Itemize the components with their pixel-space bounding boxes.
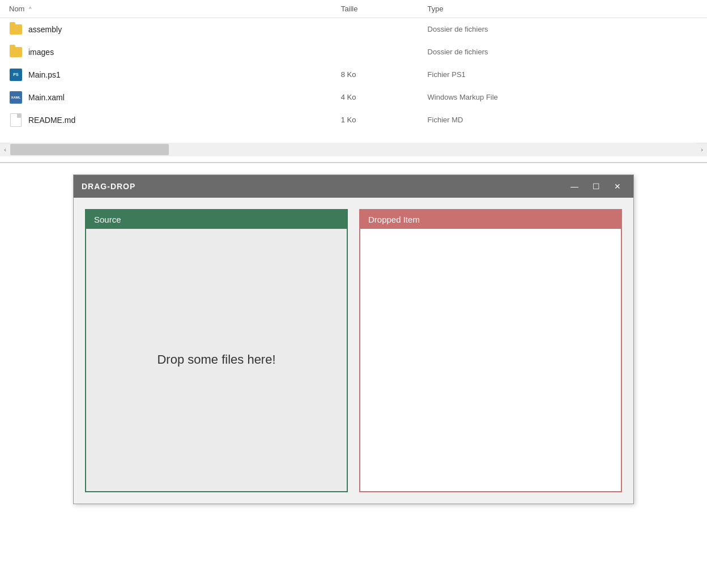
file-name-label: Main.xaml [28, 93, 65, 102]
file-type-cell: Dossier de fichiers [419, 41, 707, 63]
col-header-type[interactable]: Type [419, 0, 707, 18]
ps1-icon: PS [10, 69, 22, 81]
file-name-label: Main.ps1 [28, 70, 61, 79]
table-row[interactable]: imagesDossier de fichiers [0, 41, 707, 63]
scroll-arrow-left[interactable]: ‹ [0, 143, 10, 156]
window-title: DRAG-DROP [82, 182, 567, 191]
drag-drop-window: DRAG-DROP — ☐ ✕ Source Drop some files h… [73, 174, 634, 504]
section-divider [0, 162, 707, 163]
table-header-row: Nom ^ Taille Type [0, 0, 707, 18]
window-titlebar: DRAG-DROP — ☐ ✕ [74, 175, 633, 198]
file-name-cell-3[interactable]: XAMLMain.xaml [0, 86, 332, 109]
file-table: Nom ^ Taille Type assemblyDossier de fic… [0, 0, 707, 131]
folder-icon [10, 24, 22, 35]
folder-icon [10, 47, 22, 57]
file-type-cell: Fichier MD [419, 109, 707, 131]
drop-hint-text: Drop some files here! [157, 352, 275, 367]
drag-drop-container: DRAG-DROP — ☐ ✕ Source Drop some files h… [0, 174, 707, 504]
close-button[interactable]: ✕ [610, 178, 625, 194]
table-row[interactable]: PSMain.ps18 KoFichier PS1 [0, 63, 707, 86]
scroll-thumb[interactable] [10, 144, 169, 155]
file-name-cell-2[interactable]: PSMain.ps1 [0, 63, 332, 86]
minimize-button[interactable]: — [567, 178, 582, 194]
col-header-size[interactable]: Taille [332, 0, 419, 18]
dropped-panel-body[interactable] [360, 229, 621, 491]
file-name-cell-0[interactable]: assembly [0, 18, 332, 41]
window-content: Source Drop some files here! Dropped Ite… [74, 198, 633, 504]
file-name-cell-1[interactable]: images [0, 41, 332, 63]
file-size-cell: 4 Ko [332, 86, 419, 109]
file-explorer: Nom ^ Taille Type assemblyDossier de fic… [0, 0, 707, 156]
scroll-arrow-right[interactable]: › [697, 143, 707, 156]
xaml-icon: XAML [10, 91, 22, 104]
maximize-button[interactable]: ☐ [588, 178, 604, 194]
file-size-cell: 1 Ko [332, 109, 419, 131]
scroll-track[interactable] [10, 143, 697, 156]
table-row[interactable]: assemblyDossier de fichiers [0, 18, 707, 41]
file-name-label: images [28, 48, 54, 57]
table-row[interactable]: README.md1 KoFichier MD [0, 109, 707, 131]
text-icon [10, 113, 22, 127]
file-type-cell: Fichier PS1 [419, 63, 707, 86]
dropped-panel[interactable]: Dropped Item [359, 209, 622, 492]
col-header-name[interactable]: Nom ^ [0, 0, 332, 18]
file-name-cell-4[interactable]: README.md [0, 109, 332, 131]
dropped-panel-header: Dropped Item [360, 210, 621, 229]
source-panel[interactable]: Source Drop some files here! [85, 209, 348, 492]
file-type-cell: Windows Markup File [419, 86, 707, 109]
file-name-label: assembly [28, 25, 62, 34]
horizontal-scrollbar[interactable]: ‹ › [0, 143, 707, 156]
file-type-cell: Dossier de fichiers [419, 18, 707, 41]
table-row[interactable]: XAMLMain.xaml4 KoWindows Markup File [0, 86, 707, 109]
file-size-cell [332, 41, 419, 63]
file-name-label: README.md [28, 116, 75, 125]
file-size-cell: 8 Ko [332, 63, 419, 86]
source-panel-header: Source [86, 210, 347, 229]
sort-icon: ^ [29, 6, 32, 12]
window-controls: — ☐ ✕ [567, 178, 625, 194]
source-panel-body[interactable]: Drop some files here! [86, 229, 347, 491]
file-size-cell [332, 18, 419, 41]
